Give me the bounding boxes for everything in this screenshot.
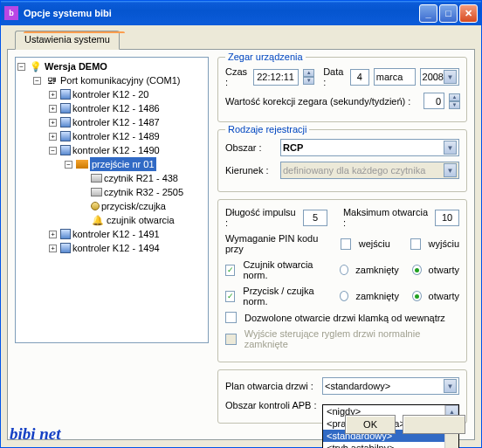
open-label: otwarty: [429, 265, 459, 275]
spin-down-icon[interactable]: ▼: [303, 77, 314, 85]
sensor-icon: [91, 214, 105, 226]
spin-up-icon[interactable]: ▲: [303, 69, 314, 77]
lock-label: Wyjście sterujące ryglem drzwi normalnie…: [244, 328, 459, 349]
chevron-down-icon[interactable]: ▼: [444, 141, 457, 155]
titlebar[interactable]: b Opcje systemu bibi _ □ ✕: [1, 1, 481, 25]
day-input[interactable]: [350, 69, 369, 86]
direction-value: definiowany dla każdego czytnika: [283, 165, 425, 176]
tree-collapse-icon[interactable]: −: [65, 161, 72, 169]
ok-button[interactable]: OK: [345, 415, 396, 434]
area-select[interactable]: RCP▼: [280, 139, 459, 156]
reader-icon: [91, 174, 102, 183]
tree-controller[interactable]: kontroler K12 - 1491: [72, 227, 160, 241]
tree-expand-icon[interactable]: +: [49, 119, 57, 127]
spin-down-icon[interactable]: ▼: [449, 101, 460, 109]
tree-controller[interactable]: kontroler K12 - 1490: [72, 143, 160, 157]
port-icon: [45, 74, 59, 86]
tree-port[interactable]: Port komunikacyjny (COM1): [60, 73, 181, 87]
apb-option[interactable]: <tryb astabilny>: [323, 442, 458, 448]
direction-label: Kierunek :: [225, 165, 276, 176]
time-label: Czas :: [225, 66, 249, 87]
month-select[interactable]: marca: [374, 68, 416, 86]
max-open-input[interactable]: [435, 210, 459, 226]
window-body: Ustawienia systemu −Wersja DEMO −Port ko…: [1, 25, 481, 447]
app-icon: b: [4, 6, 18, 20]
tree-collapse-icon[interactable]: −: [49, 147, 57, 155]
registration-legend: Rodzaje rejestracji: [225, 124, 309, 134]
tree-sensor[interactable]: czujnik otwarcia: [107, 213, 175, 227]
tree-expand-icon[interactable]: +: [49, 133, 57, 141]
button-norm-label: Przycisk / czujka norm.: [243, 286, 326, 307]
button-closed-radio[interactable]: [340, 291, 348, 301]
plan-value: <standardowy>: [325, 381, 390, 391]
button-open-radio[interactable]: [412, 291, 421, 301]
device-tree[interactable]: −Wersja DEMO −Port komunikacyjny (COM1) …: [15, 57, 209, 343]
clock-legend: Zegar urządzenia: [225, 52, 306, 62]
exit-label: wyjściu: [429, 238, 459, 249]
tree-expand-icon[interactable]: +: [49, 91, 57, 99]
tree-button[interactable]: przycisk/czujka: [101, 199, 166, 213]
tree-controller[interactable]: kontroler K12 - 1494: [72, 241, 160, 255]
tree-expand-icon[interactable]: +: [49, 231, 57, 238]
pulse-length-input[interactable]: [303, 210, 327, 226]
plan-select[interactable]: <standardowy>▼: [322, 377, 459, 395]
year-select[interactable]: 2008▼: [420, 68, 459, 86]
open-label-2: otwarty: [429, 291, 459, 301]
window: b Opcje systemu bibi _ □ ✕ Ustawienia sy…: [0, 0, 482, 448]
plan-label: Plan otwarcia drzwi :: [225, 381, 318, 391]
tree-controller[interactable]: kontroler K12 - 20: [72, 87, 148, 101]
tree-controller[interactable]: kontroler K12 - 1489: [72, 129, 160, 143]
controller-icon: [60, 229, 71, 239]
tree-controller[interactable]: kontroler K12 - 1486: [72, 101, 160, 115]
correction-input[interactable]: [423, 93, 444, 109]
exit-checkbox[interactable]: [410, 238, 421, 250]
sensor-closed-radio[interactable]: [340, 265, 349, 275]
date-label: Data :: [323, 66, 346, 87]
controller-icon: [60, 89, 71, 100]
button-icon: [91, 202, 100, 210]
year-value: 2008: [423, 72, 444, 82]
sensor-checkbox[interactable]: ✓: [225, 265, 235, 276]
apb-label: Obszar kontroli APB :: [225, 400, 318, 410]
sensor-label: Czujnik otwarcia norm.: [243, 259, 326, 280]
ok-label: OK: [363, 419, 377, 430]
sensor-open-radio[interactable]: [412, 265, 422, 275]
registration-group: Rodzaje rejestracji Obszar : RCP▼ Kierun…: [217, 129, 467, 192]
tab-settings[interactable]: Ustawienia systemu: [15, 31, 120, 50]
tree-collapse-icon[interactable]: −: [17, 63, 25, 71]
controller-icon: [60, 131, 71, 141]
max-open-label: Maksimum otwarcia :: [343, 207, 430, 228]
secondary-button[interactable]: [403, 415, 465, 434]
controller-icon: [60, 117, 71, 128]
maximize-button[interactable]: □: [439, 4, 458, 23]
closed-label-2: zamknięty: [355, 291, 399, 301]
minimize-button[interactable]: _: [419, 4, 437, 23]
tree-reader[interactable]: czytnik R32 - 2505: [104, 185, 183, 199]
pin-label: Wymaganie PIN kodu przy: [225, 233, 328, 254]
bulb-icon: [29, 60, 43, 72]
correction-label: Wartość korekcji zegara (sekundy/tydzień…: [225, 96, 410, 107]
month-value: marca: [376, 72, 403, 82]
button-checkbox[interactable]: ✓: [225, 291, 235, 302]
spin-up-icon[interactable]: ▲: [449, 93, 460, 101]
entry-checkbox[interactable]: [341, 238, 351, 250]
reader-icon: [91, 188, 102, 196]
tree-reader[interactable]: czytnik R21 - 438: [104, 171, 178, 185]
chevron-down-icon[interactable]: ▼: [444, 70, 457, 84]
tree-root[interactable]: Wersja DEMO: [45, 59, 107, 73]
chevron-down-icon[interactable]: ▼: [444, 379, 457, 393]
clock-group: Zegar urządzenia Czas : ▲▼ Data : marca …: [217, 57, 467, 122]
tree-expand-icon[interactable]: +: [49, 245, 57, 252]
direction-select: definiowany dla każdego czytnika▼: [280, 162, 459, 179]
pulse-length-label: Długość impulsu :: [225, 207, 299, 228]
tab-panel: −Wersja DEMO −Port komunikacyjny (COM1) …: [7, 49, 475, 440]
controller-icon: [60, 243, 71, 253]
time-input[interactable]: [253, 69, 299, 86]
tree-expand-icon[interactable]: +: [49, 105, 57, 113]
tree-collapse-icon[interactable]: −: [33, 77, 41, 85]
tree-passage-selected[interactable]: przejście nr 01: [90, 157, 156, 171]
close-button[interactable]: ✕: [459, 4, 478, 23]
controller-icon: [60, 103, 71, 114]
tree-controller[interactable]: kontroler K12 - 1487: [72, 115, 160, 129]
handle-checkbox[interactable]: [225, 312, 237, 323]
